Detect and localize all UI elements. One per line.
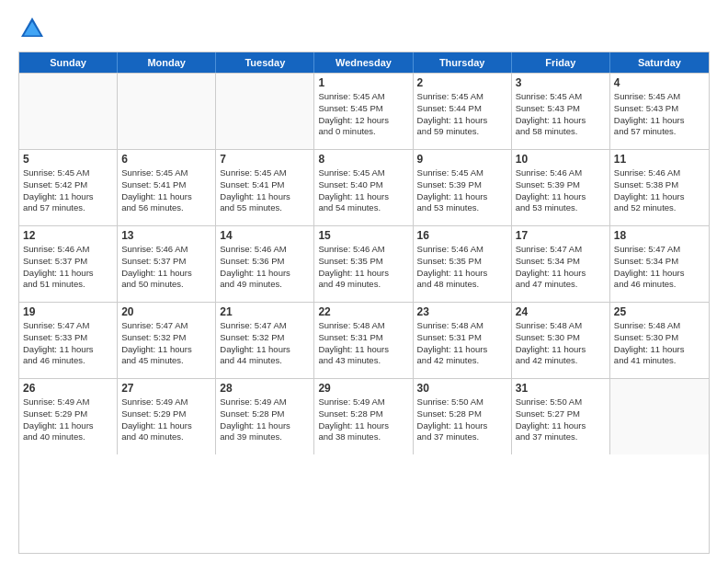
day-info: Sunrise: 5:49 AM Sunset: 5:29 PM Dayligh… [23, 396, 113, 443]
day-cell-23: 23Sunrise: 5:48 AM Sunset: 5:31 PM Dayli… [414, 303, 512, 378]
page: SundayMondayTuesdayWednesdayThursdayFrid… [0, 0, 728, 563]
day-number: 19 [23, 305, 113, 318]
day-number: 4 [614, 76, 705, 89]
day-cell-22: 22Sunrise: 5:48 AM Sunset: 5:31 PM Dayli… [314, 303, 413, 378]
day-info: Sunrise: 5:47 AM Sunset: 5:34 PM Dayligh… [614, 244, 705, 291]
day-number: 9 [417, 153, 507, 166]
day-cell-28: 28Sunrise: 5:49 AM Sunset: 5:28 PM Dayli… [216, 379, 314, 454]
day-number: 10 [516, 153, 606, 166]
day-info: Sunrise: 5:46 AM Sunset: 5:39 PM Dayligh… [516, 167, 606, 214]
day-cell-24: 24Sunrise: 5:48 AM Sunset: 5:30 PM Dayli… [512, 303, 610, 378]
day-number: 18 [614, 229, 705, 242]
day-header-tuesday: Tuesday [216, 52, 314, 73]
day-number: 13 [121, 229, 211, 242]
day-info: Sunrise: 5:45 AM Sunset: 5:40 PM Dayligh… [318, 167, 408, 214]
day-cell-5: 5Sunrise: 5:45 AM Sunset: 5:42 PM Daylig… [19, 150, 118, 225]
day-info: Sunrise: 5:46 AM Sunset: 5:36 PM Dayligh… [220, 244, 310, 291]
day-cell-8: 8Sunrise: 5:45 AM Sunset: 5:40 PM Daylig… [314, 150, 413, 225]
day-number: 11 [614, 153, 705, 166]
day-info: Sunrise: 5:46 AM Sunset: 5:37 PM Dayligh… [23, 244, 113, 291]
day-info: Sunrise: 5:50 AM Sunset: 5:28 PM Dayligh… [417, 396, 507, 443]
week-row-3: 12Sunrise: 5:46 AM Sunset: 5:37 PM Dayli… [19, 225, 709, 302]
day-number: 7 [220, 153, 310, 166]
day-number: 8 [318, 153, 408, 166]
day-number: 14 [220, 229, 310, 242]
day-number: 22 [318, 305, 408, 318]
calendar-body: 1Sunrise: 5:45 AM Sunset: 5:45 PM Daylig… [19, 73, 709, 454]
day-number: 3 [516, 76, 606, 89]
day-number: 20 [121, 305, 211, 318]
day-info: Sunrise: 5:45 AM Sunset: 5:41 PM Dayligh… [220, 167, 310, 214]
day-info: Sunrise: 5:48 AM Sunset: 5:31 PM Dayligh… [417, 320, 507, 367]
day-info: Sunrise: 5:47 AM Sunset: 5:33 PM Dayligh… [23, 320, 113, 367]
day-cell-27: 27Sunrise: 5:49 AM Sunset: 5:29 PM Dayli… [118, 379, 216, 454]
day-number: 6 [121, 153, 211, 166]
day-header-thursday: Thursday [414, 52, 512, 73]
day-info: Sunrise: 5:47 AM Sunset: 5:34 PM Dayligh… [516, 244, 606, 291]
day-number: 26 [23, 382, 113, 395]
day-cell-1: 1Sunrise: 5:45 AM Sunset: 5:45 PM Daylig… [314, 74, 413, 149]
day-info: Sunrise: 5:48 AM Sunset: 5:30 PM Dayligh… [614, 320, 705, 367]
day-number: 16 [417, 229, 507, 242]
day-info: Sunrise: 5:49 AM Sunset: 5:28 PM Dayligh… [220, 396, 310, 443]
day-number: 12 [23, 229, 113, 242]
day-cell-29: 29Sunrise: 5:49 AM Sunset: 5:28 PM Dayli… [314, 379, 413, 454]
day-cell-3: 3Sunrise: 5:45 AM Sunset: 5:43 PM Daylig… [512, 74, 610, 149]
day-cell-19: 19Sunrise: 5:47 AM Sunset: 5:33 PM Dayli… [19, 303, 118, 378]
day-number: 24 [516, 305, 606, 318]
day-cell-11: 11Sunrise: 5:46 AM Sunset: 5:38 PM Dayli… [610, 150, 709, 225]
day-cell-7: 7Sunrise: 5:45 AM Sunset: 5:41 PM Daylig… [216, 150, 314, 225]
day-info: Sunrise: 5:46 AM Sunset: 5:38 PM Dayligh… [614, 167, 705, 214]
day-cell-4: 4Sunrise: 5:45 AM Sunset: 5:43 PM Daylig… [610, 74, 709, 149]
day-cell-20: 20Sunrise: 5:47 AM Sunset: 5:32 PM Dayli… [118, 303, 216, 378]
day-header-saturday: Saturday [610, 52, 709, 73]
day-cell-17: 17Sunrise: 5:47 AM Sunset: 5:34 PM Dayli… [512, 226, 610, 302]
day-cell-21: 21Sunrise: 5:47 AM Sunset: 5:32 PM Dayli… [216, 303, 314, 378]
day-cell-25: 25Sunrise: 5:48 AM Sunset: 5:30 PM Dayli… [610, 303, 709, 378]
day-info: Sunrise: 5:45 AM Sunset: 5:39 PM Dayligh… [417, 167, 507, 214]
day-number: 2 [417, 76, 507, 89]
empty-cell [19, 74, 118, 149]
day-info: Sunrise: 5:49 AM Sunset: 5:28 PM Dayligh… [318, 396, 408, 443]
day-info: Sunrise: 5:45 AM Sunset: 5:41 PM Dayligh… [121, 167, 211, 214]
logo [18, 15, 50, 42]
day-number: 27 [121, 382, 211, 395]
week-row-1: 1Sunrise: 5:45 AM Sunset: 5:45 PM Daylig… [19, 73, 709, 149]
empty-cell [118, 74, 216, 149]
logo-icon [18, 15, 46, 42]
day-cell-12: 12Sunrise: 5:46 AM Sunset: 5:37 PM Dayli… [19, 226, 118, 302]
day-info: Sunrise: 5:50 AM Sunset: 5:27 PM Dayligh… [516, 396, 606, 443]
day-cell-15: 15Sunrise: 5:46 AM Sunset: 5:35 PM Dayli… [314, 226, 413, 302]
day-info: Sunrise: 5:48 AM Sunset: 5:31 PM Dayligh… [318, 320, 408, 367]
day-cell-13: 13Sunrise: 5:46 AM Sunset: 5:37 PM Dayli… [118, 226, 216, 302]
day-info: Sunrise: 5:46 AM Sunset: 5:35 PM Dayligh… [417, 244, 507, 291]
day-cell-31: 31Sunrise: 5:50 AM Sunset: 5:27 PM Dayli… [512, 379, 610, 454]
day-cell-14: 14Sunrise: 5:46 AM Sunset: 5:36 PM Dayli… [216, 226, 314, 302]
day-info: Sunrise: 5:47 AM Sunset: 5:32 PM Dayligh… [121, 320, 211, 367]
week-row-5: 26Sunrise: 5:49 AM Sunset: 5:29 PM Dayli… [19, 378, 709, 454]
day-info: Sunrise: 5:45 AM Sunset: 5:44 PM Dayligh… [417, 91, 507, 138]
day-info: Sunrise: 5:49 AM Sunset: 5:29 PM Dayligh… [121, 396, 211, 443]
day-header-monday: Monday [118, 52, 216, 73]
day-info: Sunrise: 5:45 AM Sunset: 5:43 PM Dayligh… [614, 91, 705, 138]
day-info: Sunrise: 5:47 AM Sunset: 5:32 PM Dayligh… [220, 320, 310, 367]
day-cell-16: 16Sunrise: 5:46 AM Sunset: 5:35 PM Dayli… [414, 226, 512, 302]
day-info: Sunrise: 5:48 AM Sunset: 5:30 PM Dayligh… [516, 320, 606, 367]
week-row-4: 19Sunrise: 5:47 AM Sunset: 5:33 PM Dayli… [19, 302, 709, 378]
day-info: Sunrise: 5:45 AM Sunset: 5:45 PM Dayligh… [318, 91, 408, 138]
day-cell-2: 2Sunrise: 5:45 AM Sunset: 5:44 PM Daylig… [414, 74, 512, 149]
day-number: 31 [516, 382, 606, 395]
header [18, 15, 710, 42]
day-header-wednesday: Wednesday [314, 52, 413, 73]
week-row-2: 5Sunrise: 5:45 AM Sunset: 5:42 PM Daylig… [19, 149, 709, 225]
empty-cell [610, 379, 709, 454]
day-number: 30 [417, 382, 507, 395]
calendar-header: SundayMondayTuesdayWednesdayThursdayFrid… [19, 52, 709, 73]
day-cell-18: 18Sunrise: 5:47 AM Sunset: 5:34 PM Dayli… [610, 226, 709, 302]
day-number: 25 [614, 305, 705, 318]
day-cell-6: 6Sunrise: 5:45 AM Sunset: 5:41 PM Daylig… [118, 150, 216, 225]
empty-cell [216, 74, 314, 149]
day-number: 29 [318, 382, 408, 395]
day-info: Sunrise: 5:45 AM Sunset: 5:43 PM Dayligh… [516, 91, 606, 138]
day-info: Sunrise: 5:45 AM Sunset: 5:42 PM Dayligh… [23, 167, 113, 214]
